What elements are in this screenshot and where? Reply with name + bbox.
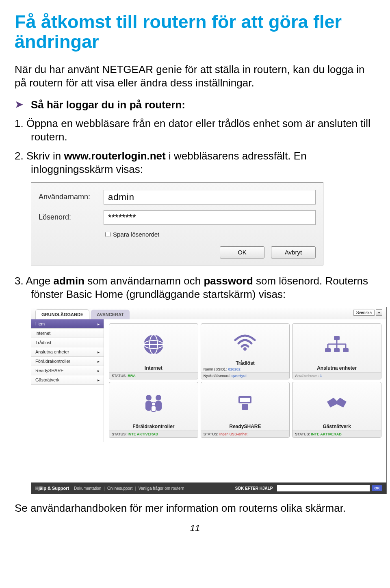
intro-paragraph: När du har använt NETGEAR genie för att … (15, 63, 375, 90)
globe-icon (109, 324, 198, 365)
tile-label: Trådlöst (236, 360, 255, 366)
tab-basic[interactable]: GRUNDLÄGGANDE (35, 309, 89, 319)
sidebar-item-hem[interactable]: Hem▸ (31, 319, 104, 329)
footer-bar: Hjälp & Support Dokumentation | Onlinesu… (31, 482, 386, 494)
ok-button[interactable]: OK (220, 246, 264, 258)
tile-devices[interactable]: Anslutna enheter Antal enheter : 1 (292, 323, 381, 379)
svg-rect-7 (334, 348, 340, 352)
tile-parental[interactable]: Föräldrakontroller STATUS: INTE AKTIVERA… (109, 382, 198, 438)
language-selector[interactable]: Svenska ▾ (353, 309, 382, 316)
sidebar: Hem▸ Internet Trådlöst Anslutna enheter▸… (31, 319, 104, 442)
username-input[interactable] (104, 190, 316, 205)
svg-rect-5 (334, 336, 340, 340)
cancel-button[interactable]: Avbryt (271, 246, 316, 258)
password-label: Lösenord: (39, 213, 104, 222)
footer-ok-button[interactable]: OK (372, 485, 383, 491)
tile-guest[interactable]: Gästnätverk STATUS: INTE AKTIVERAD (292, 382, 381, 438)
tile-label: Internet (145, 365, 162, 371)
footer-link-faq[interactable]: Vanliga frågor om routern (139, 486, 184, 491)
svg-point-14 (146, 395, 152, 401)
chevron-down-icon[interactable]: ▾ (376, 309, 382, 316)
save-password-checkbox[interactable] (105, 232, 110, 237)
page-title: Få åtkomst till routern för att göra fle… (15, 12, 375, 52)
svg-rect-21 (240, 398, 250, 402)
sidebar-item-wireless[interactable]: Trådlöst (31, 338, 104, 347)
svg-rect-19 (151, 406, 156, 411)
closing-paragraph: Se användarhandboken för mer information… (15, 502, 375, 515)
svg-rect-8 (343, 348, 349, 352)
handshake-icon (292, 382, 381, 424)
footer-help-support: Hjälp & Support (35, 486, 69, 491)
tile-label: Föräldrakontroller (132, 424, 174, 429)
chevron-right-icon: ▸ (98, 322, 100, 326)
tab-bar: GRUNDLÄGGANDE AVANCERAT Svenska ▾ (31, 307, 386, 319)
bullet-text: Så här loggar du in på routern: (31, 98, 185, 112)
svg-point-4 (243, 347, 247, 351)
sidebar-item-parental[interactable]: Föräldrakontroller▸ (31, 357, 104, 366)
tile-readyshare[interactable]: ReadySHARE STATUS: Ingen USB-enhet (201, 382, 290, 438)
save-password-label: Spara lösenordet (113, 231, 159, 238)
sidebar-item-readyshare[interactable]: ReadySHARE▸ (31, 366, 104, 375)
tile-label: Anslutna enheter (317, 365, 357, 371)
wifi-icon (201, 324, 290, 360)
empty-area (31, 442, 386, 482)
chevron-right-icon: ▸ (98, 368, 100, 373)
tile-label: Gästnätverk (323, 424, 351, 429)
step-3: 3. Ange admin som användarnamn och passw… (15, 274, 375, 302)
footer-search-label: SÖK EFTER HJÄLP (235, 486, 273, 491)
sidebar-item-internet[interactable]: Internet (31, 329, 104, 338)
footer-link-online[interactable]: Onlinesupport (107, 486, 132, 491)
step-1: 1. Öppna en webbläsare från en dator ell… (15, 117, 375, 144)
chevron-right-icon: ▸ (98, 359, 100, 364)
svg-rect-22 (242, 404, 248, 410)
usb-icon (201, 382, 290, 424)
tile-label: ReadySHARE (229, 424, 261, 429)
tile-internet[interactable]: Internet STATUS: BRA (109, 323, 198, 379)
network-icon (292, 324, 381, 365)
sidebar-item-devices[interactable]: Anslutna enheter▸ (31, 347, 104, 357)
svg-point-15 (156, 395, 161, 401)
bullet-arrow-icon: ➤ (15, 98, 24, 111)
bullet-login: ➤ Så här loggar du in på routern: (15, 98, 375, 112)
router-basic-home: GRUNDLÄGGANDE AVANCERAT Svenska ▾ Hem▸ I… (31, 307, 387, 494)
chevron-right-icon: ▸ (98, 350, 100, 354)
page-number: 11 (15, 523, 375, 534)
svg-rect-6 (325, 348, 331, 352)
footer-search-input[interactable] (277, 485, 370, 491)
tab-advanced[interactable]: AVANCERAT (91, 310, 130, 319)
chevron-right-icon: ▸ (98, 378, 100, 382)
login-dialog: Användarnamn: Lösenord: Spara lösenordet… (31, 182, 323, 265)
password-input[interactable] (104, 210, 316, 225)
sidebar-item-guest[interactable]: Gästnätverk▸ (31, 375, 104, 385)
family-icon (109, 382, 198, 424)
tile-wireless[interactable]: Trådlöst Namn (SSID).: 826262 Nyckel/lös… (201, 323, 290, 379)
footer-link-doc[interactable]: Dokumentation (74, 486, 101, 491)
language-value: Svenska (353, 310, 375, 316)
step-2: 2. Skriv in www.routerlogin.net i webblä… (15, 149, 375, 177)
username-label: Användarnamn: (39, 193, 104, 201)
